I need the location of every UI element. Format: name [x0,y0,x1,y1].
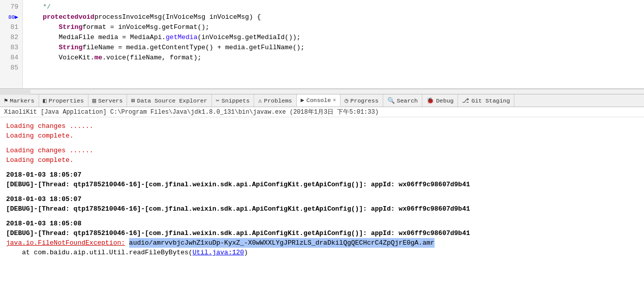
console-line-4: Loading complete. [6,155,638,165]
line-85: 85 [0,63,22,73]
tab-bar: ⚑ Markers ◧ Properties ▤ Servers ⊞ Data … [0,94,644,107]
tab-debug-label: Debug [436,97,454,104]
exception-message: audio/amrvvbjcJwhZ1xuDp-KyxZ_-X0wWXXLYgJ… [129,238,435,248]
console-line-5: 2018-01-03 18:05:07 [6,170,638,180]
tab-progress[interactable]: ◷ Progress [341,94,383,107]
console-close: ✕ [333,97,336,103]
console-empty-3 [6,189,638,194]
tab-snippets[interactable]: ✂ Snippets [212,94,254,107]
tab-console-label: Console [306,97,331,104]
tab-problems[interactable]: ⚠ Problems [254,94,296,107]
line-82: 82 [0,32,22,43]
line-83: 83 [0,43,22,53]
code-content[interactable]: */ protected void processInvoiceMsg(InVo… [23,0,644,88]
tab-debug[interactable]: 🐞 Debug [422,94,458,107]
console-line-7: 2018-01-03 18:05:07 [6,194,638,204]
tab-servers-label: Servers [98,97,122,104]
console-area: Loading changes ...... Loading complete.… [0,117,644,261]
tab-progress-label: Progress [350,97,378,104]
tab-gitstaging[interactable]: ⎇ Git Staging [458,94,514,107]
code-line-84: VoiceKit. me .voice(fileName, format); [27,53,640,63]
console-empty-1 [6,141,638,146]
console-line-1: Loading changes ...... [6,121,638,131]
code-line-80: protected void processInvoiceMsg(InVoice… [27,12,640,22]
code-line-81: String format = inVoiceMsg.getFormat(); [27,22,640,32]
tab-gitstaging-label: Git Staging [471,97,510,104]
console-line-9: 2018-01-03 18:05:08 [6,219,638,228]
tab-markers-label: Markers [10,97,34,104]
tab-servers[interactable]: ▤ Servers [88,94,128,107]
method-prefix: at com.baidu.aip.util.Util.readFileByByt… [6,248,193,257]
servers-icon: ▤ [93,97,96,105]
line-80: 80▶ [0,12,22,22]
status-bar: XiaoliKit [Java Application] C:\Program … [0,107,644,117]
console-empty-4 [6,214,638,219]
exception-class: java.io.FileNotFoundException: [6,238,125,248]
code-line-85 [27,63,640,73]
console-icon: ▶ [301,96,304,104]
console-wrapper[interactable]: Loading changes ...... Loading complete.… [0,117,644,301]
console-empty-2 [6,165,638,170]
snippets-icon: ✂ [216,97,220,105]
code-line-83: String fileName = media.getContentType()… [27,43,640,53]
problems-icon: ⚠ [258,97,262,105]
search-icon: 🔍 [387,97,395,105]
tab-datasource-label: Data Source Explorer [137,97,207,104]
tab-console[interactable]: ▶ Console ✕ [297,94,341,107]
tab-problems-label: Problems [264,97,292,104]
datasource-icon: ⊞ [131,97,135,105]
console-line-2: Loading complete. [6,131,638,141]
console-line-8: [DEBUG]-[Thread: qtp1785210046-16]-[com.… [6,204,638,214]
console-line-3: Loading changes ...... [6,146,638,155]
debug-icon: 🐞 [426,97,434,105]
tab-properties-label: Properties [49,97,84,104]
method-line: at com.baidu.aip.util.Util.readFileByByt… [6,248,638,257]
properties-icon: ◧ [43,97,47,105]
markers-icon: ⚑ [4,97,8,105]
tab-search-label: Search [397,97,418,104]
code-line-82: MediaFile media = MediaApi. getMedia (in… [27,32,640,43]
code-line-79: */ [27,2,640,12]
horizontal-scrollbar[interactable] [0,89,644,94]
tab-snippets-label: Snippets [222,97,250,104]
progress-icon: ◷ [345,97,348,105]
line-84: 84 [0,53,22,63]
tab-markers[interactable]: ⚑ Markers [0,94,39,107]
exception-line: java.io.FileNotFoundException: audio/amr… [6,238,638,248]
method-suffix: ) [244,248,248,257]
console-line-10: [DEBUG]-[Thread: qtp1785210046-16]-[com.… [6,228,638,238]
status-text: XiaoliKit [Java Application] C:\Program … [4,108,379,116]
line-79: 79 [0,2,22,12]
method-link[interactable]: Util.java:120 [193,248,244,257]
line-81: 81 [0,22,22,32]
tab-properties[interactable]: ◧ Properties [39,94,88,107]
line-numbers: 79 80▶ 81 82 83 84 85 [0,0,23,88]
console-line-6: [DEBUG]-[Thread: qtp1785210046-16]-[com.… [6,180,638,189]
gitstaging-icon: ⎇ [462,97,469,105]
code-editor: 79 80▶ 81 82 83 84 85 */ protected void … [0,0,644,89]
tab-datasource[interactable]: ⊞ Data Source Explorer [127,94,211,107]
tab-search[interactable]: 🔍 Search [383,94,422,107]
